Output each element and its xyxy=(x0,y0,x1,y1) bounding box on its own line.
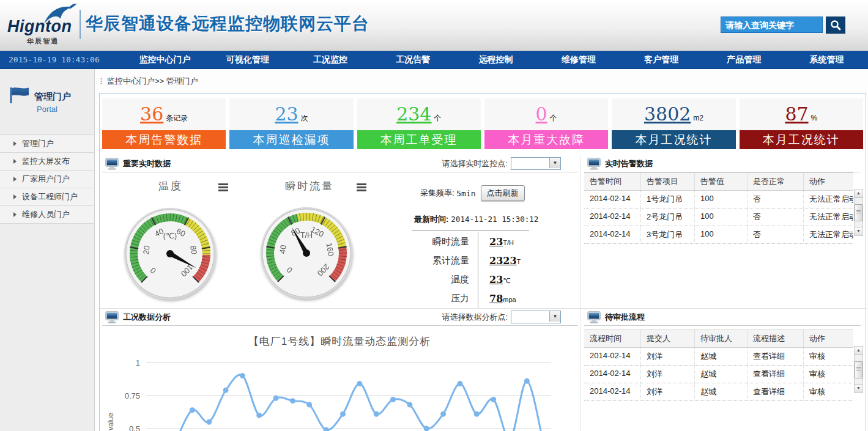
nav-item-condition-alarm[interactable]: 工况告警 xyxy=(372,54,454,65)
sidebar-item-repairer-portal[interactable]: 维修人员门户 xyxy=(0,205,94,224)
scroll-up-icon[interactable]: ▲ xyxy=(855,347,862,355)
logo[interactable]: Hignton 华辰智通 xyxy=(5,2,81,49)
stat-value-link[interactable]: 36条记录 xyxy=(102,98,226,130)
monitor-point-select-label: 请选择实时监控点: xyxy=(442,158,508,169)
stat-value-link[interactable]: 23次 xyxy=(229,98,353,130)
nav-item-visualization[interactable]: 可视化管理 xyxy=(206,54,289,65)
cell: 无法正常启动 xyxy=(803,191,853,208)
gauge-flow-label: 瞬时流量 xyxy=(285,179,334,193)
analysis-point-select-label: 请选择数据分析点: xyxy=(442,312,508,323)
cell: 2014-02-14 xyxy=(584,208,640,226)
nav-item-maintenance[interactable]: 维修管理 xyxy=(537,54,620,65)
scroll-up-icon[interactable]: ▲ xyxy=(855,190,862,198)
view-detail-link[interactable]: 查看详细 xyxy=(747,348,803,365)
reading-row: 瞬时流量 23T/H xyxy=(404,232,579,251)
gauge-menu-icon[interactable] xyxy=(357,183,366,193)
stat-value[interactable]: 36 xyxy=(140,103,163,125)
stat-value-link[interactable]: 0个 xyxy=(484,98,608,130)
sidebar-item-admin-portal[interactable]: 管理门户 xyxy=(0,134,94,152)
col-header: 提交人 xyxy=(640,330,694,347)
chevron-down-icon[interactable]: ▼ xyxy=(549,158,560,168)
reading-unit: mpa xyxy=(503,296,516,303)
scroll-track[interactable] xyxy=(855,198,862,227)
gauge-menu-icon[interactable] xyxy=(218,183,228,193)
table-header-row: 流程时间 提交人 待审批人 流程描述 动作 xyxy=(584,330,853,348)
view-detail-link[interactable]: 查看详细 xyxy=(747,383,803,400)
stat-value[interactable]: 0 xyxy=(536,103,547,125)
nav-item-condition-monitor[interactable]: 工况监控 xyxy=(289,54,371,65)
stat-card: 87% 本月工况统计 xyxy=(740,98,863,149)
nav-item-monitor-center[interactable]: 监控中心门户 xyxy=(124,54,206,65)
refresh-button[interactable]: 点击刷新 xyxy=(481,185,525,201)
col-header: 是否正常 xyxy=(747,173,803,190)
nav-item-remote-control[interactable]: 远程控制 xyxy=(454,54,537,65)
alarm-table-scrollbar[interactable]: ▲ ▼ xyxy=(854,189,863,236)
flow-gauge: 04080120160200T/H xyxy=(258,204,355,302)
scroll-down-icon[interactable]: ▼ xyxy=(855,227,862,235)
cell: 赵城 xyxy=(694,366,747,383)
cell: 2014-02-14 xyxy=(584,226,640,243)
breadcrumb-text: 监控中心门户>> 管理门户 xyxy=(107,76,198,87)
stat-value[interactable]: 3802 xyxy=(644,103,691,125)
stat-value[interactable]: 87 xyxy=(785,103,808,125)
view-detail-link[interactable]: 查看详细 xyxy=(747,366,803,383)
nav-item-customer[interactable]: 客户管理 xyxy=(620,54,702,65)
cell: 赵城 xyxy=(694,348,747,365)
review-link[interactable]: 审核 xyxy=(803,366,853,383)
realtime-info: 采集频率: 5min 点击刷新 最新时间:2014-11-21 15:30:12… xyxy=(404,185,579,308)
stat-value-link[interactable]: 87% xyxy=(740,98,863,130)
gauge-temperature-label: 温度 xyxy=(158,179,183,193)
table-row: 2014-02-14 刘洋 赵城 查看详细 审核 xyxy=(584,348,853,366)
section-title: 待审批流程 xyxy=(605,312,645,323)
approval-table-scrollbar[interactable]: ▲ ▼ xyxy=(854,346,863,393)
sidebar-item-vendor-portal[interactable]: 厂家用户门户 xyxy=(0,170,94,188)
divider xyxy=(412,230,529,231)
col-header: 流程时间 xyxy=(584,330,640,347)
stat-value-link[interactable]: 3802m2 xyxy=(612,98,735,130)
chevron-down-icon[interactable]: ▼ xyxy=(549,311,560,322)
scroll-thumb[interactable] xyxy=(855,361,862,378)
sidebar-item-engineer-portal[interactable]: 设备工程师门户 xyxy=(0,188,94,205)
monitor-icon xyxy=(587,158,601,170)
analysis-point-select[interactable]: ▼ xyxy=(511,311,561,323)
scroll-thumb[interactable] xyxy=(855,204,862,221)
cell: 2014-02-14 xyxy=(584,348,640,365)
cell: 刘洋 xyxy=(640,366,694,383)
reading-label: 瞬时流量 xyxy=(404,232,478,251)
review-link[interactable]: 审核 xyxy=(803,383,853,400)
sidebar-item-bigscreen[interactable]: 监控大屏发布 xyxy=(0,152,94,170)
cell: 1号龙门吊 xyxy=(640,191,694,208)
stat-value[interactable]: 234 xyxy=(396,103,431,125)
table-row: 2014-02-14 3号龙门吊 100 否 无法正常启动 xyxy=(584,226,853,244)
nav-item-product[interactable]: 产品管理 xyxy=(703,54,785,65)
review-link[interactable]: 审核 xyxy=(803,348,853,365)
cell: 3号龙门吊 xyxy=(640,226,694,243)
logo-divider xyxy=(80,10,81,39)
sidebar-item-label: 监控大屏发布 xyxy=(22,157,70,166)
col-header: 待审批人 xyxy=(694,330,747,347)
cell: 刘洋 xyxy=(640,348,694,365)
search-button[interactable] xyxy=(826,17,845,34)
scroll-track[interactable] xyxy=(855,355,862,384)
search-input[interactable] xyxy=(721,17,823,33)
main-content: 监控中心门户>> 管理门户 36条记录 本周告警数据 23次 本周巡检漏项 xyxy=(95,69,868,431)
monitor-point-select[interactable]: ▼ xyxy=(511,157,561,170)
temperature-gauge: 020406080100(℃) xyxy=(121,205,219,303)
nav-item-system[interactable]: 系统管理 xyxy=(785,54,868,65)
stat-unit: 条记录 xyxy=(166,114,188,122)
section-alarm-header: 实时告警数据 xyxy=(584,155,861,172)
reading-label: 压力 xyxy=(404,289,478,308)
svg-text:T/H: T/H xyxy=(300,231,313,240)
app-title: 华辰智通设备远程监控物联网云平台 xyxy=(86,12,369,35)
reading-row: 累计流量 2323T xyxy=(404,251,579,270)
cell: 2014-02-14 xyxy=(584,191,640,208)
stat-value[interactable]: 23 xyxy=(275,103,298,125)
scroll-down-icon[interactable]: ▼ xyxy=(855,384,862,392)
stat-unit: 个 xyxy=(434,114,441,122)
column-divider xyxy=(581,155,581,431)
reading-value: 78 xyxy=(489,293,503,304)
cell: 否 xyxy=(747,191,803,208)
svg-text:40: 40 xyxy=(278,245,288,255)
stat-value-link[interactable]: 234个 xyxy=(357,98,481,130)
reading-unit: T/H xyxy=(503,239,514,246)
